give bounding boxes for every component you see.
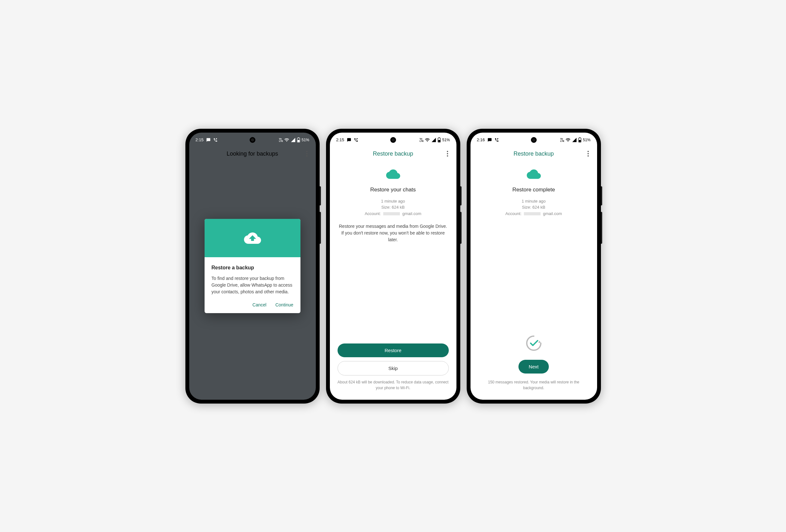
battery-percent: 51% xyxy=(583,138,591,142)
status-time: 2:15 xyxy=(336,137,344,142)
signal-icon xyxy=(431,137,436,143)
backup-size: Size: 624 kB xyxy=(365,204,421,211)
front-camera xyxy=(531,137,537,143)
wifi-icon xyxy=(425,137,430,143)
battery-icon xyxy=(578,137,581,143)
page-title: Restore backup xyxy=(513,150,554,157)
backup-time: 1 minute ago xyxy=(365,198,421,204)
redacted-username xyxy=(383,212,400,215)
phone-frame-3: 2:16 VoLTE 51% xyxy=(467,129,601,404)
wifi-icon xyxy=(565,137,571,143)
overflow-menu-icon[interactable] xyxy=(584,150,592,158)
screen-3: 2:16 VoLTE 51% xyxy=(470,132,597,400)
overflow-menu-icon[interactable] xyxy=(444,150,451,158)
front-camera xyxy=(390,137,396,143)
continue-button[interactable]: Continue xyxy=(275,302,293,307)
phone-frame-1: 2:15 VoLTE 51% xyxy=(185,129,320,404)
battery-percent: 51% xyxy=(442,138,450,142)
cloud-icon xyxy=(527,169,541,180)
svg-rect-7 xyxy=(579,137,580,138)
page-title: Restore backup xyxy=(373,150,413,157)
dialog-title: Restore a backup xyxy=(212,265,294,271)
description-text: Restore your messages and media from Goo… xyxy=(338,223,449,243)
restore-backup-dialog: Restore a backup To find and restore you… xyxy=(205,219,300,313)
backup-metadata: 1 minute ago Size: 624 kB Account: gmail… xyxy=(505,198,562,217)
backup-size: Size: 624 kB xyxy=(505,204,562,211)
app-bar: Restore backup xyxy=(330,146,457,162)
chat-notification-icon xyxy=(487,138,492,142)
screen-2: 2:15 VoLTE 51% xyxy=(330,132,457,400)
dialog-header xyxy=(205,219,300,257)
call-notification-icon xyxy=(354,138,358,142)
restore-button[interactable]: Restore xyxy=(338,343,449,357)
backup-account: Account: gmail.com xyxy=(365,211,421,217)
modal-overlay: Restore a backup To find and restore you… xyxy=(189,132,316,400)
backup-account: Account: gmail.com xyxy=(505,211,562,217)
cloud-upload-icon xyxy=(244,231,261,245)
volte-icon: VoLTE xyxy=(420,138,424,142)
phone-frame-2: 2:15 VoLTE 51% xyxy=(326,129,460,404)
content-area: Restore your chats 1 minute ago Size: 62… xyxy=(330,162,457,343)
screen-1: 2:15 VoLTE 51% xyxy=(189,132,316,400)
cancel-button[interactable]: Cancel xyxy=(253,302,267,307)
footer-text: About 624 kB will be downloaded. To redu… xyxy=(338,379,449,391)
battery-icon xyxy=(438,137,441,143)
volte-icon: VoLTE xyxy=(560,138,564,142)
signal-icon xyxy=(572,137,577,143)
svg-rect-8 xyxy=(579,140,581,142)
skip-button[interactable]: Skip xyxy=(338,361,449,376)
cloud-icon xyxy=(386,169,400,180)
footer-text: 150 messages restored. Your media will r… xyxy=(478,379,590,391)
call-notification-icon xyxy=(494,138,499,142)
app-bar: Restore backup xyxy=(470,146,597,162)
svg-rect-4 xyxy=(439,137,440,138)
content-area: Restore complete 1 minute ago Size: 624 … xyxy=(470,162,597,400)
dialog-body-text: To find and restore your backup from Goo… xyxy=(212,275,294,295)
next-button[interactable]: Next xyxy=(518,360,549,373)
status-time: 2:16 xyxy=(477,137,485,142)
backup-time: 1 minute ago xyxy=(505,198,562,204)
redacted-username xyxy=(524,212,540,215)
front-camera xyxy=(250,137,255,143)
refresh-check-icon xyxy=(525,334,543,354)
chat-notification-icon xyxy=(347,138,351,142)
svg-rect-5 xyxy=(439,140,440,142)
bottom-actions: Restore Skip About 624 kB will be downlo… xyxy=(330,343,457,400)
backup-metadata: 1 minute ago Size: 624 kB Account: gmail… xyxy=(365,198,421,217)
heading: Restore your chats xyxy=(370,187,416,193)
heading: Restore complete xyxy=(512,187,555,193)
